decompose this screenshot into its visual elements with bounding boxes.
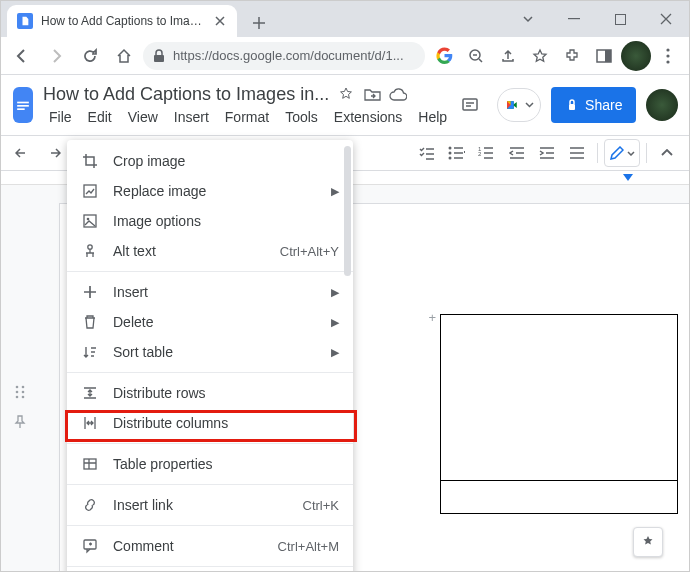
back-button[interactable] [7, 41, 37, 71]
docs-menubar: File Edit View Insert Format Tools Exten… [43, 107, 453, 127]
table-cell[interactable] [440, 314, 678, 514]
bookmark-icon[interactable] [525, 41, 555, 71]
zoom-icon[interactable] [461, 41, 491, 71]
svg-point-19 [449, 157, 452, 160]
svg-rect-28 [84, 185, 96, 197]
svg-rect-4 [615, 14, 625, 24]
menu-label: Insert link [113, 497, 289, 513]
share-button[interactable]: Share [551, 87, 636, 123]
checklist-icon[interactable] [413, 139, 441, 167]
menu-label: Image options [113, 213, 339, 229]
explore-button[interactable] [633, 527, 663, 557]
browser-menu-icon[interactable] [653, 41, 683, 71]
url-box[interactable]: https://docs.google.com/document/d/1... [143, 42, 425, 70]
menu-edit[interactable]: Edit [82, 107, 118, 127]
profile-avatar[interactable] [621, 41, 651, 71]
menu-separator [67, 372, 353, 373]
redo-icon[interactable] [39, 139, 67, 167]
menu-item-insert-link[interactable]: Insert linkCtrl+K [67, 490, 353, 520]
menu-view[interactable]: View [122, 107, 164, 127]
maximize-button[interactable] [597, 1, 643, 37]
pin-icon[interactable] [9, 411, 31, 433]
svg-point-17 [449, 147, 452, 150]
browser-titlebar: How to Add Captions to Images [1, 1, 689, 37]
svg-point-22 [16, 386, 19, 389]
submenu-arrow-icon: ▶ [331, 346, 339, 359]
minimize-button[interactable] [551, 1, 597, 37]
close-button[interactable] [643, 1, 689, 37]
menu-scrollbar[interactable] [344, 146, 351, 572]
google-icon[interactable] [429, 41, 459, 71]
table-add-icon[interactable]: + [428, 310, 436, 325]
menu-separator [67, 484, 353, 485]
svg-point-30 [87, 218, 90, 221]
ruler-marker-icon[interactable] [623, 174, 633, 181]
reload-button[interactable] [75, 41, 105, 71]
decrease-indent-icon[interactable] [503, 139, 531, 167]
star-icon[interactable] [337, 85, 355, 103]
menu-extensions[interactable]: Extensions [328, 107, 408, 127]
menu-label: Crop image [113, 153, 339, 169]
bulleted-list-icon[interactable] [443, 139, 471, 167]
clear-format-icon[interactable] [563, 139, 591, 167]
menu-item-replace-image[interactable]: Replace image▶ [67, 176, 353, 206]
svg-rect-1 [23, 22, 26, 23]
tab-close-icon[interactable] [213, 14, 227, 28]
editing-mode-button[interactable] [604, 139, 640, 167]
menu-item-crop-image[interactable]: Crop image [67, 146, 353, 176]
svg-point-31 [88, 245, 92, 249]
numbered-list-icon[interactable]: 12 [473, 139, 501, 167]
menu-separator [67, 271, 353, 272]
menu-format[interactable]: Format [219, 107, 275, 127]
menu-tools[interactable]: Tools [279, 107, 324, 127]
cloud-icon[interactable] [389, 85, 407, 103]
document-title[interactable]: How to Add Captions to Images in... [43, 84, 329, 105]
outline-drag-icon[interactable] [9, 381, 31, 403]
svg-point-27 [22, 396, 25, 399]
chevron-down-icon[interactable] [505, 1, 551, 37]
menu-file[interactable]: File [43, 107, 78, 127]
menu-item-distribute-columns[interactable]: Distribute columns [67, 408, 353, 438]
svg-rect-3 [568, 18, 580, 19]
trash-icon [81, 313, 99, 331]
menu-label: Distribute columns [113, 415, 339, 431]
menu-item-image-options[interactable]: Image options [67, 206, 353, 236]
replace-icon [81, 182, 99, 200]
browser-tab[interactable]: How to Add Captions to Images [7, 5, 237, 37]
home-button[interactable] [109, 41, 139, 71]
table-props-icon [81, 455, 99, 473]
hide-menus-icon[interactable] [653, 139, 681, 167]
meet-button[interactable] [497, 88, 541, 122]
move-icon[interactable] [363, 85, 381, 103]
menu-item-distribute-rows[interactable]: Distribute rows [67, 378, 353, 408]
history-icon[interactable] [453, 88, 487, 122]
account-avatar[interactable] [646, 89, 678, 121]
context-menu: Crop imageReplace image▶Image optionsAlt… [67, 140, 353, 572]
increase-indent-icon[interactable] [533, 139, 561, 167]
docs-logo[interactable] [13, 87, 33, 123]
svg-point-26 [16, 396, 19, 399]
menu-item-comment[interactable]: CommentCtrl+Alt+M [67, 531, 353, 561]
menu-item-delete[interactable]: Delete▶ [67, 307, 353, 337]
share-page-icon[interactable] [493, 41, 523, 71]
menu-help[interactable]: Help [412, 107, 453, 127]
menu-separator [67, 566, 353, 567]
dist-rows-icon [81, 384, 99, 402]
new-tab-button[interactable] [245, 9, 273, 37]
crop-icon [81, 152, 99, 170]
menu-item-sort-table[interactable]: Sort table▶ [67, 337, 353, 367]
alt-text-icon [81, 242, 99, 260]
svg-rect-32 [84, 459, 96, 469]
svg-point-25 [22, 391, 25, 394]
submenu-arrow-icon: ▶ [331, 316, 339, 329]
extensions-icon[interactable] [557, 41, 587, 71]
undo-icon[interactable] [9, 139, 37, 167]
forward-button[interactable] [41, 41, 71, 71]
lock-icon [153, 49, 165, 63]
docs-favicon [17, 13, 33, 29]
account-toggle-icon[interactable] [589, 41, 619, 71]
menu-insert[interactable]: Insert [168, 107, 215, 127]
menu-item-table-properties[interactable]: Table properties [67, 449, 353, 479]
menu-item-alt-text[interactable]: Alt textCtrl+Alt+Y [67, 236, 353, 266]
menu-item-insert[interactable]: Insert▶ [67, 277, 353, 307]
